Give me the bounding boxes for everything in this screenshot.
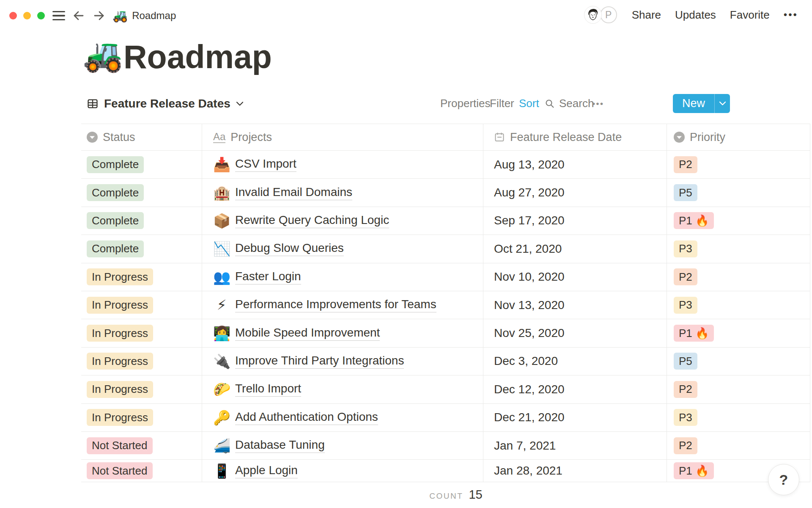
table-row[interactable]: In Progress 🔌Improve Third Party Integra… [81,348,810,375]
project-cell[interactable]: 👩‍💻Mobile Speed Improvement [202,319,483,347]
status-badge[interactable]: In Progress [87,409,153,426]
new-button[interactable]: New [673,94,730,113]
priority-cell[interactable]: P5 [667,348,810,375]
view-name[interactable]: Feature Release Dates [104,97,230,110]
page-icon[interactable]: 🚜 [83,38,123,72]
project-link[interactable]: Faster Login [235,270,301,284]
column-header-projects[interactable]: Aa Projects [202,124,483,150]
date-cell[interactable]: Nov 13, 2020 [483,291,667,319]
priority-cell[interactable]: P2 [667,375,810,403]
date-cell[interactable]: Nov 10, 2020 [483,263,667,291]
priority-cell[interactable]: P3 [667,235,810,262]
status-cell[interactable]: In Progress [81,319,202,347]
share-button[interactable]: Share [632,8,661,22]
status-badge[interactable]: In Progress [87,268,153,285]
project-cell[interactable]: 📱Apple Login [202,460,483,482]
maximize-window-button[interactable] [37,12,45,19]
priority-cell[interactable]: P3 [667,291,810,319]
project-link[interactable]: Trello Import [235,382,301,397]
collaborator-avatars[interactable]: P [584,6,618,24]
status-badge[interactable]: Not Started [87,462,153,479]
status-cell[interactable]: In Progress [81,404,202,431]
status-cell[interactable]: Not Started [81,432,202,459]
avatar-initial-p[interactable]: P [600,6,617,23]
date-cell[interactable]: Sep 17, 2020 [483,207,667,235]
table-row[interactable]: Complete 📉Debug Slow Queries Oct 21, 202… [81,235,810,263]
priority-badge[interactable]: P2 [674,381,697,398]
project-link[interactable]: Apple Login [235,464,298,478]
table-row[interactable]: Complete 📦Rewrite Query Caching Logic Se… [81,207,810,235]
status-badge[interactable]: Not Started [87,437,153,454]
status-badge[interactable]: In Progress [87,381,153,398]
project-cell[interactable]: 🏨Invalid Email Domains [202,179,483,206]
status-cell[interactable]: Complete [81,207,202,235]
project-link[interactable]: Invalid Email Domains [235,185,352,200]
page-title[interactable]: Roadmap [123,40,272,74]
status-badge[interactable]: In Progress [87,353,153,370]
priority-badge[interactable]: P1 🔥 [674,212,714,229]
avatar[interactable] [584,6,602,24]
project-link[interactable]: Add Authentication Options [235,410,378,425]
help-button[interactable]: ? [768,464,799,495]
new-dropdown-button[interactable] [714,94,730,113]
priority-cell[interactable]: P2 [667,151,810,178]
sidebar-menu-icon[interactable] [52,11,65,21]
more-options-icon[interactable]: ••• [784,9,798,21]
priority-badge[interactable]: P5 [674,353,697,370]
project-cell[interactable]: 👥Faster Login [202,263,483,291]
properties-button[interactable]: Properties [440,94,491,113]
date-cell[interactable]: Jan 28, 2021 [483,460,667,482]
date-cell[interactable]: Aug 13, 2020 [483,151,667,178]
priority-cell[interactable]: P1 🔥 [667,207,810,235]
project-link[interactable]: Debug Slow Queries [235,241,344,256]
project-link[interactable]: Rewrite Query Caching Logic [235,213,389,228]
priority-badge[interactable]: P3 [674,297,697,314]
project-cell[interactable]: 🌮Trello Import [202,375,483,403]
forward-arrow-icon[interactable] [92,9,106,22]
project-link[interactable]: Performance Improvements for Teams [235,298,436,312]
view-more-options-icon[interactable]: ••• [592,94,604,113]
project-link[interactable]: CSV Import [235,157,296,172]
status-cell[interactable]: Complete [81,151,202,178]
status-cell[interactable]: In Progress [81,291,202,319]
priority-cell[interactable]: P2 [667,432,810,459]
status-badge[interactable]: In Progress [87,325,153,342]
sort-button[interactable]: Sort [519,94,539,113]
priority-badge[interactable]: P3 [674,240,697,257]
minimize-window-button[interactable] [23,12,31,19]
date-cell[interactable]: Dec 3, 2020 [483,348,667,375]
status-cell[interactable]: In Progress [81,348,202,375]
table-row[interactable]: Not Started 🚄Database Tuning Jan 7, 2021… [81,432,810,460]
table-row[interactable]: Complete 🏨Invalid Email Domains Aug 27, … [81,179,810,207]
status-badge[interactable]: Complete [87,156,144,173]
status-cell[interactable]: In Progress [81,375,202,403]
date-cell[interactable]: Dec 21, 2020 [483,404,667,431]
column-header-status[interactable]: Status [81,124,202,150]
project-cell[interactable]: 📥CSV Import [202,151,483,178]
table-row[interactable]: In Progress 👩‍💻Mobile Speed Improvement … [81,319,810,347]
priority-badge[interactable]: P2 [674,268,697,285]
table-row[interactable]: Not Started 📱Apple Login Jan 28, 2021 P1… [81,460,810,482]
priority-cell[interactable]: P1 🔥 [667,319,810,347]
status-cell[interactable]: Complete [81,179,202,206]
priority-cell[interactable]: P5 [667,179,810,206]
project-link[interactable]: Improve Third Party Integrations [235,354,404,369]
close-window-button[interactable] [9,12,17,19]
status-cell[interactable]: Not Started [81,460,202,482]
priority-badge[interactable]: P1 🔥 [674,325,714,342]
status-cell[interactable]: In Progress [81,263,202,291]
date-cell[interactable]: Oct 21, 2020 [483,235,667,262]
table-row[interactable]: In Progress 🔑Add Authentication Options … [81,404,810,432]
new-button-label[interactable]: New [673,94,714,113]
date-cell[interactable]: Nov 25, 2020 [483,319,667,347]
priority-badge[interactable]: P3 [674,409,697,426]
project-cell[interactable]: 🔌Improve Third Party Integrations [202,348,483,375]
breadcrumb[interactable]: Roadmap [132,10,176,22]
status-badge[interactable]: Complete [87,184,144,201]
priority-cell[interactable]: P2 [667,263,810,291]
project-cell[interactable]: ⚡Performance Improvements for Teams [202,291,483,319]
priority-cell[interactable]: P3 [667,404,810,431]
status-badge[interactable]: Complete [87,240,144,257]
date-cell[interactable]: Aug 27, 2020 [483,179,667,206]
updates-button[interactable]: Updates [675,8,716,22]
